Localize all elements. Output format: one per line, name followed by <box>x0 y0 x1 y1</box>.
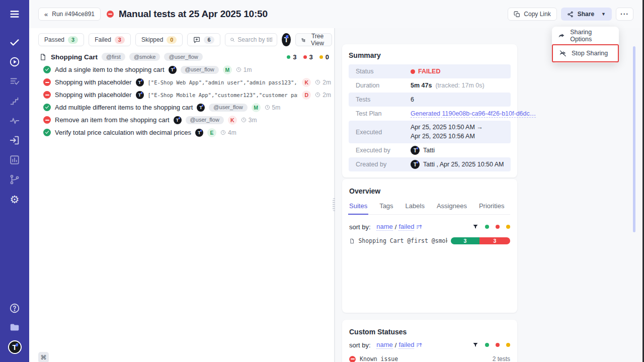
test-row[interactable]: Shopping with placeholder T ["E-Shop Mob… <box>43 88 331 101</box>
assignee-avatar: T <box>195 129 203 137</box>
summary-row-test-plan: Test Plan Generated 1190e08b-ca96-4f26-b… <box>349 107 511 121</box>
sidebar-bottom: T <box>8 302 22 354</box>
overview-sort-row: sort by: name / failed <box>349 223 510 231</box>
skipped-count-badge: 0 <box>167 36 177 44</box>
suite-tag[interactable]: @smoke <box>129 53 160 61</box>
test-tag[interactable]: @user_flow <box>186 116 224 124</box>
filter-failed-button[interactable]: Failed 3 <box>89 33 131 46</box>
suite-tag[interactable]: @first <box>102 53 125 61</box>
sort-by-failed-link[interactable]: failed <box>398 341 414 349</box>
tests-check-icon[interactable] <box>9 36 21 48</box>
filter-skipped-button[interactable]: Skipped 0 <box>135 33 183 46</box>
filter-funnel-icon[interactable] <box>472 224 478 230</box>
toggle-failed-dot[interactable] <box>496 225 500 229</box>
overview-title: Overview <box>349 187 510 195</box>
panel-scrollbar[interactable] <box>633 46 635 232</box>
topbar-actions: Copy Link Share ▼ ··· <box>508 8 633 21</box>
menu-icon[interactable] <box>9 8 21 20</box>
passed-status-icon <box>43 104 51 111</box>
back-to-run-button[interactable]: « Run #494ce891 <box>38 8 101 21</box>
custom-status-row[interactable]: Known issue 2 tests <box>349 355 510 362</box>
passed-bar-segment: 3 <box>451 237 479 244</box>
suite-tag[interactable]: @user_flow <box>164 53 202 61</box>
more-options-button[interactable]: ··· <box>616 8 633 21</box>
share-icon <box>567 11 574 18</box>
clock-icon <box>315 79 320 85</box>
tab-tags[interactable]: Tags <box>379 202 393 210</box>
copy-icon <box>514 11 520 18</box>
passed-status-icon <box>43 66 51 73</box>
search-input[interactable] <box>237 36 272 43</box>
custom-status-badge: M <box>223 65 232 74</box>
failed-dot-icon <box>411 69 415 74</box>
share-button[interactable]: Share ▼ <box>561 8 612 21</box>
keyboard-shortcuts-button[interactable]: ⌘ <box>38 352 49 362</box>
assignee-avatar: T <box>174 116 182 124</box>
tree-view-icon <box>301 37 305 43</box>
test-list: Add a single item to the shopping cart T… <box>43 63 331 139</box>
pulse-icon[interactable] <box>9 115 21 127</box>
test-row[interactable]: Shopping with placeholder T ["E-Shop Web… <box>43 76 331 88</box>
toggle-skipped-dot[interactable] <box>506 343 510 347</box>
user-avatar[interactable]: T <box>8 340 22 354</box>
run-id-label: Run #494ce891 <box>52 11 95 18</box>
sort-by-failed-link[interactable]: failed <box>398 223 414 231</box>
tab-labels[interactable]: Labels <box>406 202 425 210</box>
filter-funnel-icon[interactable] <box>472 342 478 348</box>
tab-assignees[interactable]: Assignees <box>437 202 467 210</box>
share-forward-icon <box>558 32 565 40</box>
branch-icon[interactable] <box>9 173 21 186</box>
share-dropdown-menu: Sharing Options Stop Sharing <box>552 27 619 63</box>
suite-name: Shopping Cart <box>51 53 98 61</box>
copy-link-button[interactable]: Copy Link <box>508 8 556 21</box>
sort-amount-icon <box>416 224 423 230</box>
settings-gear-icon[interactable]: ⚙ <box>9 193 21 205</box>
tab-suites[interactable]: Suites <box>349 202 367 210</box>
suite-header[interactable]: Shopping Cart @first @smoke @user_flow 3… <box>39 51 329 62</box>
suite-counts: 3 3 0 <box>284 53 329 61</box>
test-row[interactable]: Add multiple different items to the shop… <box>43 101 331 114</box>
filter-passed-button[interactable]: Passed 3 <box>38 33 84 46</box>
comment-plus-icon <box>193 36 200 43</box>
sort-by-name-link[interactable]: name <box>376 223 393 231</box>
test-plan-link[interactable]: Generated 1190e08b-ca96-4f26-b10f-d6dc… <box>411 110 536 118</box>
test-tag[interactable]: @user_flow <box>181 66 219 74</box>
clock-icon <box>241 117 247 123</box>
app-window: ⚙ T « Run #494ce891 Manual tests at 25 A… <box>0 0 644 362</box>
test-plans-icon[interactable] <box>9 75 21 87</box>
tab-priorities[interactable]: Priorities <box>479 202 505 210</box>
steps-icon[interactable] <box>9 95 21 107</box>
test-tag[interactable]: @user_flow <box>209 104 247 112</box>
filter-comments-button[interactable]: 6 <box>187 33 220 46</box>
test-row[interactable]: Add a single item to the shopping cart T… <box>43 63 331 76</box>
run-details-panel: Summary Status FAILED Duration 5m 47s(tr… <box>335 28 642 362</box>
custom-statuses-title: Custom Statuses <box>349 328 510 336</box>
toggle-passed-dot[interactable] <box>485 225 489 229</box>
sort-amount-icon <box>416 342 423 348</box>
analytics-icon[interactable] <box>9 154 21 166</box>
summary-row-status: Status FAILED <box>349 64 511 78</box>
sharing-options-menu-item[interactable]: Sharing Options <box>552 27 619 44</box>
runs-play-icon[interactable] <box>9 56 21 68</box>
custom-status-badge: K <box>228 116 237 125</box>
assignee-avatar[interactable]: T <box>282 33 290 46</box>
tree-view-button[interactable]: Tree View <box>295 33 332 46</box>
sort-by-name-link[interactable]: name <box>376 341 393 349</box>
comments-count-badge: 6 <box>204 36 214 44</box>
import-icon[interactable] <box>9 134 21 146</box>
toggle-skipped-dot[interactable] <box>506 225 510 229</box>
toggle-passed-dot[interactable] <box>485 343 489 347</box>
toggle-failed-dot[interactable] <box>496 343 500 347</box>
test-row[interactable]: Remove an item from the shopping cart T … <box>43 114 331 126</box>
help-icon[interactable] <box>9 302 21 314</box>
test-row[interactable]: Verify total price calculation with deci… <box>43 126 331 139</box>
user-avatar: T <box>411 146 420 155</box>
passed-status-icon <box>43 129 51 136</box>
stop-sharing-menu-item[interactable]: Stop Sharing <box>552 44 619 62</box>
topbar: « Run #494ce891 Manual tests at 25 Apr 2… <box>29 0 642 28</box>
summary-card: Summary Status FAILED Duration 5m 47s(tr… <box>342 44 517 177</box>
clock-icon <box>315 92 320 98</box>
overview-suite-row[interactable]: Shopping Cart @first @smoke … 3 3 <box>349 237 510 244</box>
projects-folder-icon[interactable] <box>9 321 21 333</box>
test-example-data: ["E-Shop Mobile App","customer123","cust… <box>148 92 298 98</box>
